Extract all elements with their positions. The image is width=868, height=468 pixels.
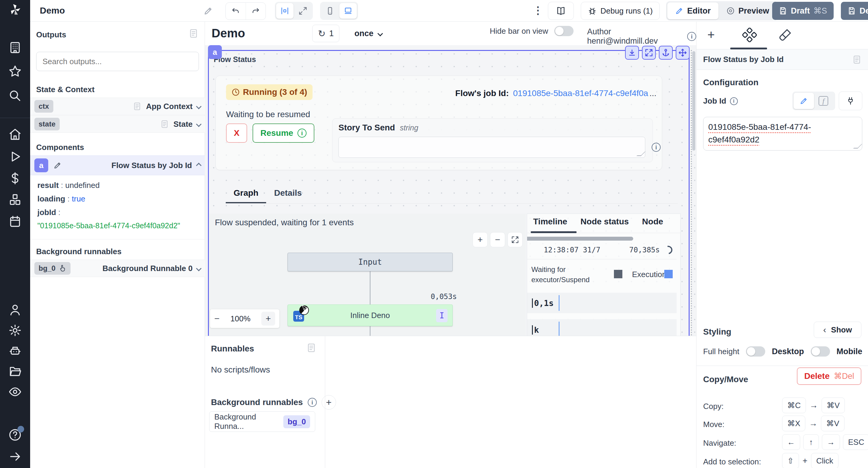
debug-runs-button[interactable]: Debug runs (1) [581, 2, 660, 20]
move-label: Move: [703, 420, 724, 429]
tab-node-status[interactable]: Node status [581, 217, 629, 233]
styling-show-button[interactable]: ‹ Show [814, 322, 861, 338]
resize-handle[interactable] [853, 144, 863, 148]
centered-layout-button[interactable] [276, 3, 293, 19]
chevron-down-icon[interactable] [196, 104, 201, 109]
deploy-button[interactable]: Deploy [841, 2, 868, 20]
edit-title-pencil-icon[interactable] [204, 6, 213, 16]
selection-dots-handle[interactable] [691, 50, 692, 336]
suspend-message: Flow suspended, waiting for 1 events [215, 218, 354, 227]
runs-play-icon[interactable] [8, 150, 22, 163]
home-icon[interactable] [8, 128, 22, 141]
copy-label: Copy: [703, 402, 724, 411]
info-icon[interactable]: i [652, 143, 661, 152]
search-outputs-input[interactable] [36, 52, 199, 71]
docs-book-button[interactable] [548, 2, 574, 20]
static-input-pencil-button[interactable] [794, 93, 814, 109]
component-row-selected[interactable]: a Flow Status by Job Id [30, 156, 205, 175]
app-canvas[interactable]: a Flow Status Running (3 of 4) Flow's jo… [205, 45, 696, 336]
hide-bar-toggle[interactable] [554, 26, 574, 36]
flow-graph-area[interactable]: Flow suspended, waiting for 1 events + −… [209, 213, 526, 336]
chevron-up-icon[interactable] [196, 163, 201, 168]
editor-label: Editor [687, 6, 711, 16]
zoom-out-icon[interactable]: − [214, 313, 220, 324]
schedule-dropdown[interactable]: once [354, 25, 382, 42]
zoom-out-button[interactable]: − [490, 232, 505, 247]
rename-pencil-icon[interactable] [51, 158, 64, 172]
help-icon[interactable] [8, 428, 22, 441]
settings-gear-icon[interactable] [8, 324, 22, 337]
component-tag[interactable]: a [208, 45, 222, 59]
tab-details[interactable]: Details [266, 185, 310, 203]
inline-deno-node[interactable]: TS Inline Deno I [287, 304, 453, 326]
horizontal-scrollbar[interactable] [527, 237, 633, 241]
cancel-button[interactable]: X [226, 124, 247, 143]
styling-brush-tab[interactable] [778, 28, 792, 41]
flow-status-component[interactable]: Flow Status Running (3 of 4) Flow's job … [208, 50, 689, 336]
component-settings-tab[interactable] [742, 28, 757, 42]
draft-save-button[interactable]: Draft ⌘S [772, 2, 834, 20]
chevron-down-icon[interactable] [196, 266, 201, 271]
full-height-toggle[interactable] [746, 346, 765, 357]
ctx-row[interactable]: ctx App Context [30, 98, 205, 115]
insert-component-tab[interactable]: + [707, 29, 715, 41]
node-duration: 0,053s [431, 293, 457, 301]
state-row[interactable]: state State [30, 115, 205, 133]
windmill-logo-icon[interactable] [8, 3, 22, 16]
audit-eye-icon[interactable] [8, 385, 22, 398]
move-button[interactable] [676, 46, 689, 60]
input-node[interactable]: Input [287, 253, 453, 271]
story-textarea[interactable] [338, 137, 645, 158]
preview-tab[interactable]: Preview [718, 2, 777, 19]
info-icon[interactable]: i [730, 97, 738, 105]
refresh-count-button[interactable]: ↻ 1 [312, 25, 339, 42]
flow-job-id-link[interactable]: 0191085e-5baa-81ef-4774-c9ef4f0a [513, 89, 648, 98]
undo-button[interactable] [226, 3, 246, 20]
users-person-icon[interactable] [8, 303, 22, 316]
editor-tab[interactable]: Editor [667, 2, 718, 19]
chevron-down-icon[interactable] [196, 121, 201, 127]
styling-title: Styling [703, 327, 731, 337]
job-id-input[interactable]: 0191085e-5baa-81ef-4774-c9ef4f0a92d2 [703, 117, 862, 151]
redo-button[interactable] [246, 3, 266, 20]
anchor-button[interactable] [659, 46, 673, 60]
info-icon[interactable]: i [308, 398, 317, 407]
expand-down-button[interactable] [625, 46, 639, 60]
resources-boxes-icon[interactable] [8, 193, 22, 206]
desktop-view-button[interactable] [339, 3, 357, 19]
zoom-in-button[interactable]: + [472, 232, 488, 247]
app-title: Demo [40, 5, 65, 16]
collapse-arrow-icon[interactable] [8, 450, 22, 463]
tab-timeline[interactable]: Timeline [533, 217, 567, 233]
vertical-scrollbar[interactable] [692, 51, 695, 151]
outputs-doc-icon[interactable] [188, 28, 198, 38]
bg-runnable-row[interactable]: bg_0 Background Runnable 0 [30, 260, 205, 277]
resume-button[interactable]: Resume i [253, 124, 314, 143]
ctx-label: App Context [146, 102, 193, 111]
info-icon[interactable]: i [687, 32, 696, 41]
delete-button[interactable]: Delete ⌘Del [797, 367, 861, 385]
function-input-button[interactable]: f [814, 93, 833, 109]
folders-icon[interactable] [8, 365, 22, 378]
zoom-in-icon[interactable]: + [261, 312, 275, 326]
schedules-calendar-icon[interactable] [8, 215, 22, 228]
fullwidth-layout-button[interactable] [294, 3, 312, 19]
mobile-view-button[interactable] [321, 3, 339, 19]
desktop-toggle[interactable] [811, 346, 830, 357]
kebab-menu-icon[interactable]: ⋮ [533, 4, 542, 18]
workers-robot-icon[interactable] [8, 344, 22, 358]
runnables-doc-icon[interactable] [306, 343, 316, 353]
doc-icon[interactable] [852, 55, 862, 64]
fullscreen-button[interactable] [642, 46, 656, 60]
search-icon[interactable] [8, 89, 22, 102]
favorites-star-icon[interactable] [8, 65, 22, 78]
variables-dollar-icon[interactable] [8, 172, 22, 185]
settings-panel: + Flow Status by Job Id Configuration Jo… [696, 22, 868, 468]
connect-plug-button[interactable] [839, 92, 862, 110]
bg-runnable-item[interactable]: Background Runna... bg_0 [209, 411, 315, 432]
tab-node-definition[interactable]: Node [642, 217, 663, 233]
tab-graph[interactable]: Graph [226, 185, 266, 203]
fit-view-button[interactable] [507, 232, 523, 247]
add-runnable-button[interactable]: + [321, 395, 336, 409]
workspace-icon[interactable] [8, 41, 22, 54]
